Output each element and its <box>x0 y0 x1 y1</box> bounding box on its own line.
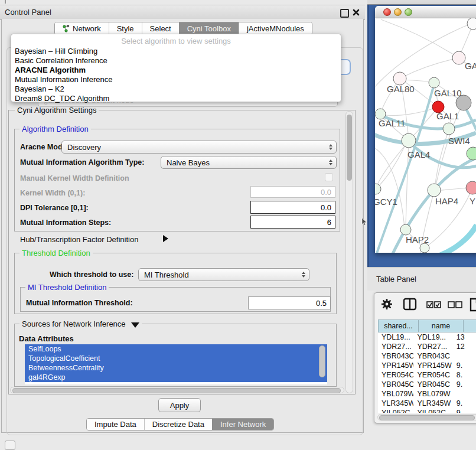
tab-cyni-toolbox-label: Cyni Toolbox <box>187 24 231 33</box>
manual-kernel-width-checkbox[interactable] <box>325 173 333 181</box>
collapse-arrow-icon[interactable] <box>131 322 139 328</box>
bottom-tab-infer-network[interactable]: Infer Network <box>212 419 273 430</box>
column-header-name[interactable]: name <box>419 319 464 332</box>
apply-button[interactable]: Apply <box>158 398 201 412</box>
node-label-gal11: GAL11 <box>379 118 406 128</box>
tab-select[interactable]: Select <box>142 22 179 34</box>
network-edge[interactable] <box>382 107 438 116</box>
algorithm-option-dream8-dc-tdc-algorithm[interactable]: Dream8 DC_TDC Algorithm <box>14 94 338 103</box>
table-row[interactable]: YBL079WYBL079W <box>378 389 476 399</box>
kernel-width-label: Kernel Width (0,1): <box>20 189 85 197</box>
network-view-window[interactable]: GALGAL80GAL10GAL1GAL11SWI4GAL4GCY1HAP4YH… <box>375 6 476 253</box>
table-horizontal-scrollbar[interactable] <box>377 414 476 420</box>
document-icon[interactable] <box>469 298 476 314</box>
algorithm-option-bayesian-k2[interactable]: Bayesian – K2 <box>14 84 338 94</box>
table-cell: YDL19... <box>378 332 413 342</box>
dpi-tolerance-field[interactable] <box>250 201 335 214</box>
table-row[interactable]: YBR043CYBR043C <box>378 351 476 361</box>
table-cell: YDR27... <box>413 342 452 351</box>
tab-jactivemnodules[interactable]: jActiveMNodules <box>239 22 312 34</box>
network-node[interactable] <box>420 243 429 253</box>
table-row[interactable]: YLR345WYLR345W9. <box>378 399 476 408</box>
network-node[interactable] <box>402 133 416 148</box>
table-row[interactable]: YDR27...YDR27...12 <box>378 342 476 351</box>
mac-minimize-icon[interactable] <box>394 8 402 16</box>
deselect-all-icon[interactable] <box>448 301 463 311</box>
select-all-icon[interactable] <box>426 301 442 311</box>
table-cell: YBR043C <box>413 351 452 361</box>
settings-horizontal-scrollbar[interactable] <box>10 387 344 393</box>
mi-threshold-field[interactable] <box>248 296 331 309</box>
mac-zoom-icon[interactable] <box>405 8 412 16</box>
algorithm-option-list: Bayesian – Hill ClimbingBasic Correlatio… <box>14 47 338 103</box>
attribute-item-gal4rgexp[interactable]: gal4RGexp <box>25 373 327 382</box>
network-edge[interactable] <box>410 108 438 139</box>
expand-arrow-icon[interactable] <box>163 235 168 242</box>
kernel-width-field[interactable] <box>250 186 335 198</box>
tab-jactivemnodules-label: jActiveMNodules <box>247 24 304 33</box>
bottom-tab-discretize-data[interactable]: Discretize Data <box>144 419 212 430</box>
table-row[interactable]: YER054CYER054C8. <box>378 370 476 380</box>
split-columns-icon[interactable] <box>403 298 417 313</box>
network-edge[interactable] <box>403 58 459 77</box>
attribute-item-topologicalcoefficient[interactable]: TopologicalCoefficient <box>25 354 327 363</box>
network-node[interactable] <box>467 147 476 160</box>
algorithm-option-bayesian-hill-climbing[interactable]: Bayesian – Hill Climbing <box>14 47 338 56</box>
table-row[interactable]: YDL19...YDL19...13 <box>378 332 476 342</box>
settings-gear-icon[interactable] <box>380 298 393 313</box>
tab-style[interactable]: Style <box>109 22 142 34</box>
mi-threshold-definition-title: MI Threshold Definition <box>25 283 109 292</box>
algorithm-option-basic-correlation-inference[interactable]: Basic Correlation Inference <box>14 56 338 66</box>
network-graph[interactable]: GALGAL80GAL10GAL1GAL11SWI4GAL4GCY1HAP4YH… <box>375 18 476 253</box>
network-window-titlebar[interactable] <box>375 6 476 18</box>
mi-steps-field[interactable] <box>250 216 335 229</box>
which-threshold-combo[interactable]: MI Threshold <box>138 268 309 281</box>
scrollbar-thumb[interactable] <box>347 115 352 181</box>
attribute-item-selfloops[interactable]: SelfLoops <box>25 344 327 354</box>
network-node[interactable] <box>393 72 406 85</box>
network-node[interactable] <box>467 18 476 30</box>
algorithm-dropdown: Select algorithm to view settings Bayesi… <box>11 34 341 102</box>
table-window: shared...name YDL19...YDL19...13YDR27...… <box>374 292 476 423</box>
network-edge[interactable] <box>439 225 476 253</box>
network-node[interactable] <box>400 224 411 235</box>
network-node[interactable] <box>428 184 441 197</box>
attribute-item-betweennesscentrality[interactable]: BetweennessCentrality <box>25 363 327 373</box>
app-window-edge <box>367 0 476 5</box>
tab-cyni-toolbox[interactable]: Cyni Toolbox <box>179 22 239 34</box>
network-node[interactable] <box>452 51 465 64</box>
mi-algorithm-type-label: Mutual Information Algorithm Type: <box>20 158 144 167</box>
mac-close-icon[interactable] <box>383 8 391 16</box>
column-header-2[interactable] <box>464 319 476 332</box>
settings-vertical-scrollbar[interactable] <box>345 111 353 393</box>
float-icon[interactable] <box>340 9 349 18</box>
table-cell: YLR345W <box>378 399 413 408</box>
network-canvas[interactable]: GALGAL80GAL10GAL1GAL11SWI4GAL4GCY1HAP4YH… <box>375 18 476 253</box>
tab-network[interactable]: Network <box>55 22 109 34</box>
corner-grip[interactable] <box>5 441 15 450</box>
scrollbar-thumb[interactable] <box>12 388 341 393</box>
network-icon <box>63 25 70 32</box>
list-scrollbar-thumb[interactable] <box>319 345 325 377</box>
algorithm-option-aracne-algorithm[interactable]: ARACNE Algorithm <box>14 66 338 75</box>
table-row[interactable]: YIL052CYIL052C9. <box>378 408 476 413</box>
network-node[interactable] <box>466 181 476 194</box>
node-label-gal: GAL <box>465 61 476 71</box>
close-icon[interactable] <box>352 8 360 17</box>
network-node[interactable] <box>429 77 439 88</box>
data-attributes-list[interactable]: SelfLoopsTopologicalCoefficientBetweenne… <box>25 344 327 384</box>
table-cell: YIL052C <box>413 408 452 413</box>
table-row[interactable]: YPR145WYPR145W9. <box>378 361 476 370</box>
algorithm-option-mutual-information-inference[interactable]: Mutual Information Inference <box>14 75 338 84</box>
node-label-swi4: SWI4 <box>448 136 470 146</box>
table-row[interactable]: YBR045CYBR045C9. <box>378 380 476 389</box>
column-header-shared-[interactable]: shared... <box>378 319 419 332</box>
scrollbar-thumb[interactable] <box>379 415 475 420</box>
network-node[interactable] <box>375 184 381 194</box>
aracne-mode-combo[interactable]: Discovery <box>61 141 337 154</box>
mi-algorithm-type-combo[interactable]: Naive Bayes <box>161 156 337 169</box>
network-node[interactable] <box>443 123 455 135</box>
bottom-tab-impute-data[interactable]: Impute Data <box>87 419 144 430</box>
cyni-algorithm-settings-title: Cyni Algorithm Settings <box>15 106 99 115</box>
network-edge[interactable] <box>381 19 458 57</box>
